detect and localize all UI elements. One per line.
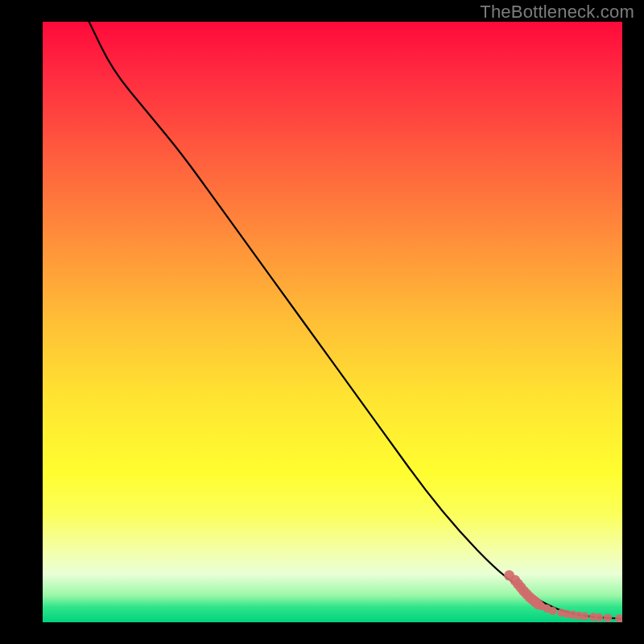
marker-dot bbox=[604, 613, 612, 621]
plot-area bbox=[43, 22, 622, 622]
chart-frame: TheBottleneck.com bbox=[0, 0, 644, 644]
bottleneck-curve bbox=[89, 22, 622, 619]
chart-svg bbox=[43, 22, 622, 622]
marker-dot bbox=[580, 612, 588, 620]
marker-dot bbox=[595, 613, 603, 621]
watermark-text: TheBottleneck.com bbox=[480, 2, 634, 23]
marker-dot bbox=[615, 614, 622, 622]
marker-dot bbox=[548, 607, 556, 615]
